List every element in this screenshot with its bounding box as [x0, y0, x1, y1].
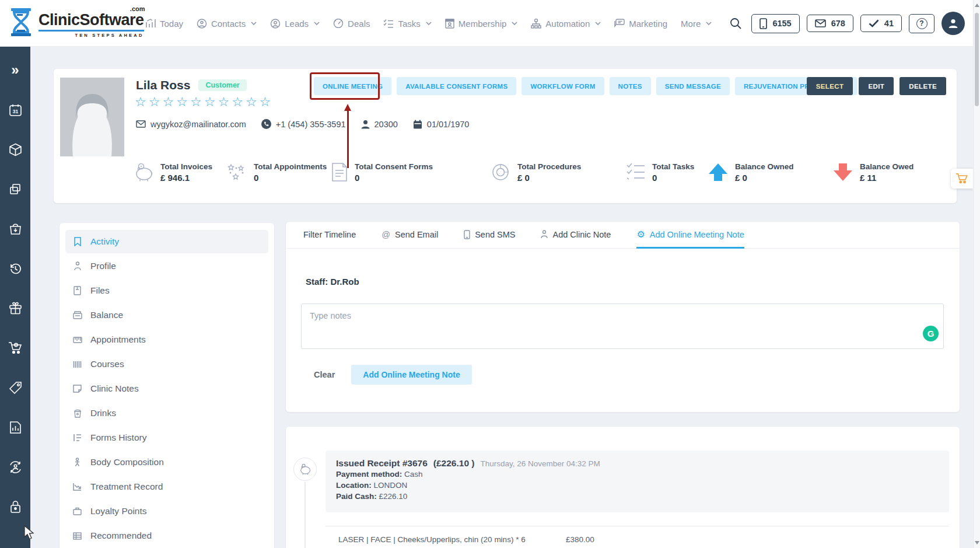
- star-icon: ☆: [135, 95, 149, 109]
- messages-counter-button[interactable]: 678: [807, 15, 853, 32]
- receipt-entry[interactable]: Issued Receipt #3676 (£226.10 ) Thursday…: [326, 451, 949, 512]
- nav-item-automation[interactable]: Automation: [531, 19, 601, 29]
- gift-icon[interactable]: [8, 301, 22, 315]
- floating-cart-button[interactable]: [951, 169, 973, 189]
- send-message-button[interactable]: SEND MESSAGE: [656, 77, 730, 95]
- menu-item-appointments[interactable]: Appointments: [65, 328, 268, 351]
- timeline-card: Issued Receipt #3676 (£226.10 ) Thursday…: [286, 427, 960, 548]
- available-consent-forms-button[interactable]: AVAILABLE CONSENT FORMS: [397, 77, 516, 95]
- nav-item-deals[interactable]: Deals: [333, 19, 370, 29]
- nav-item-contacts[interactable]: Contacts: [197, 19, 257, 29]
- select-button[interactable]: SELECT: [807, 77, 853, 95]
- menu-item-drinks[interactable]: Drinks: [65, 402, 268, 425]
- patient-action-buttons: ONLINE MEETING AVAILABLE CONSENT FORMS W…: [314, 77, 858, 95]
- rating-stars[interactable]: ☆☆☆☆☆☆☆☆☆☆: [135, 95, 273, 110]
- nav-label: Tasks: [398, 19, 420, 29]
- shopping-bag-icon[interactable]: [8, 222, 22, 236]
- stat-label: Total Appointments: [254, 162, 327, 171]
- chevron-down-icon: [595, 22, 601, 25]
- notes-button[interactable]: NOTES: [610, 77, 651, 95]
- clinicsoftware-logo[interactable]: ClinicSoftware .com TEN STEPS AHEAD: [9, 8, 144, 38]
- nav-item-tasks[interactable]: Tasks: [383, 19, 431, 29]
- stat-balance-owned: Balance Owned£ 0: [708, 162, 794, 183]
- question-mark-icon: ?: [916, 18, 928, 29]
- grammarly-icon[interactable]: G: [923, 326, 939, 341]
- patient-email[interactable]: wygykoz@mailinator.com: [136, 120, 246, 129]
- report-document-icon[interactable]: [8, 420, 22, 434]
- menu-item-recommended[interactable]: Recommended: [65, 524, 268, 547]
- menu-label: Balance: [90, 310, 123, 320]
- tab-filter-timeline[interactable]: Filter Timeline: [303, 222, 356, 249]
- menu-item-balance[interactable]: Balance: [65, 303, 268, 327]
- menu-item-clinic-notes[interactable]: Clinic Notes: [65, 377, 268, 400]
- automation-flow-icon: [531, 19, 541, 29]
- receipt-title: Issued Receipt #3676: [336, 458, 428, 469]
- menu-item-activity[interactable]: Activity: [65, 230, 268, 253]
- calendar-icon[interactable]: 31: [8, 103, 22, 117]
- tab-send-email[interactable]: @ Send Email: [382, 222, 438, 249]
- nav-item-leads[interactable]: Leads: [270, 19, 320, 29]
- menu-item-loyalty-points[interactable]: Loyalty Points: [65, 500, 268, 523]
- search-icon[interactable]: [730, 18, 742, 30]
- patient-birthdate[interactable]: 01/01/1970: [413, 120, 470, 129]
- menu-item-forms-history[interactable]: Forms History: [65, 426, 268, 449]
- drink-icon: [72, 409, 82, 418]
- workflow-form-button[interactable]: WORKFLOW FORM: [522, 77, 604, 95]
- membership-card-icon: [445, 19, 454, 29]
- tab-add-clinic-note[interactable]: Add Clinic Note: [541, 222, 611, 249]
- bar-chart-icon: [146, 19, 156, 28]
- scrollbar-up-arrow[interactable]: [975, 4, 979, 7]
- nav-item-today[interactable]: Today: [146, 19, 183, 29]
- calls-counter-button[interactable]: 6155: [751, 14, 799, 33]
- cash-register-icon: [72, 311, 82, 319]
- receipt-separator: [326, 526, 949, 526]
- top-navigation-bar: ClinicSoftware .com TEN STEPS AHEAD Toda…: [0, 0, 980, 47]
- menu-label: Forms History: [90, 432, 146, 443]
- scrollbar-down-arrow[interactable]: [975, 541, 979, 544]
- menu-item-courses[interactable]: Courses: [65, 352, 268, 376]
- phone-icon: [261, 119, 271, 129]
- user-avatar[interactable]: [942, 12, 965, 35]
- menu-item-treatment-record[interactable]: Treatment Record: [65, 475, 268, 498]
- clear-button[interactable]: Clear: [314, 370, 335, 379]
- receipt-line-price: £380.00: [566, 535, 594, 544]
- patient-phone[interactable]: +1 (454) 355-3591: [261, 119, 346, 129]
- add-online-meeting-note-button[interactable]: Add Online Meeting Note: [351, 365, 471, 385]
- barcode-icon: [72, 361, 82, 368]
- price-tag-icon[interactable]: [8, 381, 22, 395]
- receipt-amount: (£226.10 ): [433, 458, 475, 469]
- delete-button[interactable]: DELETE: [900, 77, 946, 95]
- patient-photo-placeholder[interactable]: [60, 78, 124, 156]
- menu-label: Recommended: [90, 530, 152, 541]
- tab-add-online-meeting-note[interactable]: ⚙ Add Online Meeting Note: [636, 222, 744, 249]
- menu-item-profile[interactable]: Profile: [65, 254, 268, 278]
- patient-id[interactable]: 20300: [361, 120, 398, 129]
- nav-item-more[interactable]: More: [681, 19, 712, 29]
- menu-item-body-composition[interactable]: Body Composition: [65, 451, 268, 474]
- star-icon: ☆: [149, 95, 163, 109]
- expand-sidebar-icon[interactable]: »: [8, 63, 22, 77]
- person-silhouette: [60, 78, 124, 156]
- scrollbar-thumb[interactable]: [975, 13, 979, 106]
- notes-input[interactable]: [301, 303, 944, 349]
- menu-item-files[interactable]: Files: [65, 279, 268, 302]
- nav-item-membership[interactable]: Membership: [445, 19, 518, 29]
- online-meeting-button[interactable]: ONLINE MEETING: [314, 77, 391, 95]
- cart-icon[interactable]: [8, 341, 22, 355]
- duplicate-icon[interactable]: [8, 182, 22, 196]
- tab-send-sms[interactable]: Send SMS: [464, 222, 515, 249]
- stat-label: Total Invoices: [160, 162, 212, 171]
- arrow-down-icon: [832, 162, 853, 182]
- history-icon[interactable]: [8, 261, 22, 275]
- field-label: Paid Cash:: [336, 492, 377, 501]
- edit-button[interactable]: EDIT: [859, 77, 894, 95]
- products-cube-icon[interactable]: [8, 142, 22, 156]
- tasks-counter-button[interactable]: 41: [860, 15, 902, 32]
- phone-text: +1 (454) 355-3591: [276, 120, 346, 129]
- list-icon: [72, 434, 82, 442]
- customer-sync-icon[interactable]: [8, 460, 22, 474]
- nav-item-marketing[interactable]: Marketing: [614, 19, 667, 29]
- page-scrollbar[interactable]: [973, 0, 980, 548]
- help-button[interactable]: ?: [909, 14, 935, 33]
- lock-icon[interactable]: [8, 500, 22, 514]
